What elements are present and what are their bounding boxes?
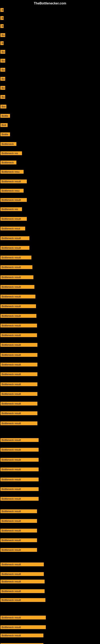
label-item-46: Bottleneck result xyxy=(0,438,39,442)
label-item-65: Bottleneck result xyxy=(0,634,43,637)
label-item-15: Bottle xyxy=(0,132,10,136)
label-item-21: Bottleneck resu xyxy=(0,189,24,192)
label-item-60: Bottleneck result xyxy=(0,580,45,584)
label-item-56: Bottleneck result xyxy=(0,538,37,542)
label-item-52: Bottleneck result xyxy=(0,497,39,501)
site-title: TheBottlenecker.com xyxy=(34,2,66,5)
label-item-39: Bottleneck result xyxy=(0,363,37,366)
label-item-3: B xyxy=(0,24,3,28)
label-item-45: Bottleneck result xyxy=(0,422,37,425)
label-item-16: Bottleneck xyxy=(0,142,16,146)
label-item-53: Bottleneck result xyxy=(0,509,37,513)
label-item-47: Bottleneck result xyxy=(0,448,39,452)
label-item-38: Bottleneck result xyxy=(0,353,37,357)
label-item-43: Bottleneck result xyxy=(0,402,37,406)
label-item-41: Bottleneck result xyxy=(0,382,37,386)
label-item-31: Bottleneck result xyxy=(0,285,34,289)
label-item-44: Bottleneck result xyxy=(0,411,37,415)
label-item-20: Bottleneck result xyxy=(0,180,27,183)
label-item-48: Bottleneck result xyxy=(0,458,39,462)
label-item-25: Bottleneck resul xyxy=(0,226,25,230)
label-item-17: Bottleneck res xyxy=(0,151,22,155)
label-item-54: Bottleneck result xyxy=(0,519,37,523)
label-item-42: Bottleneck result xyxy=(0,392,37,396)
label-item-29: Bottleneck result xyxy=(0,265,32,269)
label-item-5: B xyxy=(0,41,3,45)
label-item-26: Bottleneck result xyxy=(0,236,29,240)
label-item-33: Bottleneck result xyxy=(0,304,36,308)
label-item-10: Bo xyxy=(0,86,5,90)
label-item-2: B xyxy=(0,16,3,20)
label-item-59: Bottleneck result xyxy=(0,572,44,576)
label-item-8: Bo xyxy=(0,68,5,72)
label-item-63: Bottleneck result xyxy=(0,616,46,620)
label-item-55: Bottleneck result xyxy=(0,529,37,532)
label-item-12: Bot xyxy=(0,105,6,108)
label-item-37: Bottleneck result xyxy=(0,343,37,347)
label-item-50: Bottleneck result xyxy=(0,478,39,482)
label-item-61: Bottleneck result xyxy=(0,589,45,593)
label-item-57: Bottleneck result xyxy=(0,548,37,552)
label-item-24: Bottleneck result xyxy=(0,217,27,221)
label-item-30: Bottleneck result xyxy=(0,275,33,279)
label-item-32: Bottleneck result xyxy=(0,295,35,298)
label-item-14: Bott xyxy=(0,123,8,127)
label-item-36: Bottleneck result xyxy=(0,333,37,337)
label-item-9: Bo xyxy=(0,77,5,81)
label-item-6: Bo xyxy=(0,50,5,54)
label-item-1: B xyxy=(0,8,3,12)
label-item-4: Bo xyxy=(0,33,5,37)
label-item-35: Bottleneck result xyxy=(0,324,37,328)
label-item-34: Bottleneck result xyxy=(0,314,36,318)
label-item-66: Bottleneck result xyxy=(0,643,43,644)
label-item-19: Bottleneck resu xyxy=(0,170,24,174)
label-item-23: Bottleneck res xyxy=(0,207,22,211)
label-item-49: Bottleneck result xyxy=(0,468,39,471)
label-item-7: Bo xyxy=(0,59,5,62)
label-item-51: Bottleneck result xyxy=(0,487,39,491)
label-item-27: Bottleneck result xyxy=(0,246,29,250)
label-item-64: Bottleneck result xyxy=(0,625,46,629)
label-item-28: Bottleneck result xyxy=(0,256,31,260)
label-item-11: Bo xyxy=(0,95,5,99)
label-item-62: Bottleneck result xyxy=(0,598,46,602)
label-item-18: Bottleneck xyxy=(0,160,16,164)
label-item-58: Bottleneck result xyxy=(0,562,44,566)
label-item-13: Bottle xyxy=(0,114,10,118)
label-item-22: Bottleneck result xyxy=(0,198,27,202)
label-item-40: Bottleneck result xyxy=(0,372,37,376)
